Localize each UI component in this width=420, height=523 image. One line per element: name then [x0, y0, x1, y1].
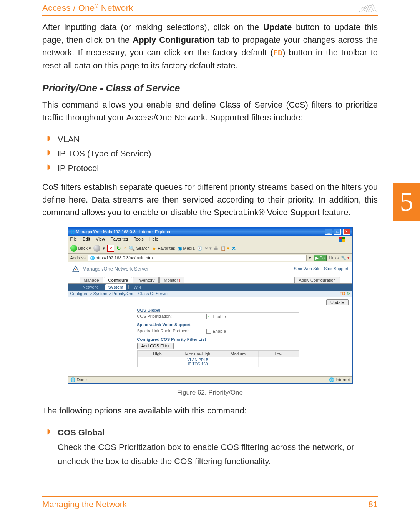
favorites-label: Favorites: [158, 246, 175, 251]
app-header: Manager/One Network Server Strix Web Sit…: [68, 262, 352, 275]
col-low: Low: [259, 351, 299, 357]
status-done-text: Done: [77, 377, 87, 382]
header-logo-icon: [359, 3, 378, 14]
favorites-button[interactable]: ★Favorites: [152, 246, 175, 251]
spectralink-checkbox[interactable]: [206, 329, 211, 334]
add-cos-filter-button[interactable]: Add COS Filter: [137, 343, 174, 349]
svg-rect-1: [342, 237, 345, 239]
filter-type-list: VLAN IP TOS (Type of Service) IP Protoco…: [42, 132, 378, 175]
tab-manage[interactable]: Manage: [80, 277, 103, 283]
status-zone: 🌐 Internet: [329, 377, 350, 382]
ie-addressbar: Address 🌐 http://192.168.0.3/nc/main.htm…: [68, 254, 352, 262]
update-button[interactable]: Update: [326, 299, 348, 305]
header-title-pre: Access / One: [42, 3, 95, 13]
breadcrumb-bar: Configure > System > Priority/One - Clas…: [68, 291, 352, 297]
tab-configure[interactable]: Configure: [104, 277, 132, 283]
top-links[interactable]: Strix Web Site | Strix Support: [294, 266, 348, 271]
menu-favorites[interactable]: Favorites: [111, 237, 128, 241]
spectralink-title: SpectraLink Voice Support: [137, 322, 299, 327]
header-title-sup: ®: [95, 3, 98, 9]
back-button[interactable]: Back ▾: [70, 245, 91, 252]
spectralink-section: SpectraLink Voice Support SpectraLink Ra…: [137, 322, 299, 334]
option-description: Check the COS Prioritization box to enab…: [58, 442, 354, 466]
section-heading: Priority/One - Class of Service: [42, 83, 378, 94]
print-icon[interactable]: 🖶: [214, 246, 218, 251]
cos-global-title: COS Global: [137, 308, 299, 313]
subtab-wifi[interactable]: Wi-Fi: [131, 284, 147, 290]
options-intro: The following options are available with…: [42, 404, 378, 417]
tool-x-icon[interactable]: ✕: [232, 246, 236, 251]
minimize-button[interactable]: _: [325, 229, 332, 235]
window-title: 🌐 Manager/One Main 192.168.0.3 - Interne…: [70, 229, 171, 234]
forward-button[interactable]: [93, 245, 100, 252]
svg-point-4: [75, 269, 76, 270]
filter-table: High Medium-High Medium Low VLAN PRI 5 I…: [137, 350, 299, 367]
menu-file[interactable]: File: [70, 237, 77, 241]
filter-list-title: Configured COS Priority Filter List: [137, 337, 299, 342]
cos-description: CoS filters establish separate queues fo…: [42, 181, 378, 219]
cos-prioritization-label: COS Prioritization:: [137, 314, 206, 319]
ie-toolbar: Back ▾ ▾ ✕ ↻ ⌂ 🔍Search ★Favorites ◉Media…: [68, 243, 352, 254]
subtab-network[interactable]: Network: [80, 284, 101, 290]
tab-inventory[interactable]: Inventory: [133, 277, 159, 283]
links-icon[interactable]: 🔧 ▾: [341, 256, 350, 261]
address-input[interactable]: 🌐 http://192.168.0.3/nc/main.htm: [88, 255, 307, 261]
option-title: COS Global: [58, 428, 105, 437]
menu-view[interactable]: View: [96, 237, 105, 241]
subtab-system[interactable]: System: [105, 284, 126, 290]
strix-logo-icon: [72, 265, 80, 272]
home-button[interactable]: ⌂: [123, 245, 126, 251]
refresh-button[interactable]: ↻: [116, 245, 121, 251]
mail-icon[interactable]: ✉ ▾: [205, 246, 212, 251]
close-button[interactable]: ×: [343, 229, 350, 235]
status-zone-text: Internet: [335, 377, 350, 382]
menu-edit[interactable]: Edit: [83, 237, 90, 241]
go-button[interactable]: ▶ Go: [314, 255, 327, 261]
update-keyword: Update: [263, 22, 292, 32]
main-tabs: Manage Configure Inventory Monitor ! App…: [68, 275, 352, 284]
app-title: Manager/One Network Server: [83, 266, 149, 272]
menu-tools[interactable]: Tools: [134, 237, 144, 241]
ie-statusbar: 🌐 Done 🌐 Internet: [68, 376, 352, 383]
filter-link-iptos[interactable]: IP TOS 150: [179, 362, 217, 366]
list-item: VLAN: [58, 132, 378, 146]
menu-help[interactable]: Help: [149, 237, 158, 241]
spectralink-value: Enable: [213, 329, 226, 334]
ie-menubar: File Edit View Favorites Tools Help: [68, 236, 352, 243]
windows-logo-icon: [339, 237, 345, 242]
filter-link-vlan[interactable]: VLAN PRI 5: [179, 358, 217, 362]
address-dropdown-icon[interactable]: ▾: [309, 256, 311, 261]
refresh-icon[interactable]: ↻: [347, 291, 350, 296]
page-footer: Managing the Network 81: [42, 496, 378, 510]
fd-keyword: FD: [273, 49, 282, 58]
edit-icon[interactable]: 📋 ▾: [221, 246, 229, 251]
footer-section: Managing the Network: [42, 500, 127, 510]
tab-apply-configuration[interactable]: Apply Configuration: [294, 277, 340, 283]
links-label[interactable]: Links: [329, 256, 339, 260]
fd-button[interactable]: FD: [340, 291, 345, 296]
sub-tabs: Network | System | Wi-Fi: [68, 284, 352, 291]
search-button[interactable]: 🔍Search: [129, 246, 149, 251]
list-item: IP Protocol: [58, 161, 378, 175]
intro-paragraph: After inputting data (or making selectio…: [42, 21, 378, 72]
window-controls: _ □ ×: [324, 229, 350, 235]
svg-rect-3: [342, 239, 345, 242]
tab-monitor-label: Monitor: [164, 278, 178, 282]
address-label: Address: [70, 256, 86, 260]
config-body: Update COS Global COS Prioritization: ✓ …: [68, 297, 352, 376]
figure-caption: Figure 62. Priority/One: [42, 389, 378, 397]
stop-button[interactable]: ✕: [107, 245, 114, 252]
cos-global-section: COS Global COS Prioritization: ✓ Enable: [137, 308, 299, 319]
col-medium: Medium: [218, 351, 259, 357]
cos-prioritization-checkbox[interactable]: ✓: [206, 314, 211, 319]
media-button[interactable]: ◉Media: [178, 245, 195, 251]
spectralink-label: SpectraLink Radio Protocol:: [137, 329, 206, 334]
tab-monitor[interactable]: Monitor !: [159, 277, 184, 283]
window-title-text: Manager/One Main 192.168.0.3 - Internet …: [76, 229, 171, 234]
maximize-button[interactable]: □: [334, 229, 341, 235]
ie-titlebar: 🌐 Manager/One Main 192.168.0.3 - Interne…: [68, 227, 352, 236]
history-icon[interactable]: 🕘: [197, 246, 203, 251]
alert-icon: !: [179, 279, 180, 282]
list-item: IP TOS (Type of Service): [58, 146, 378, 161]
chapter-tab: 5: [393, 183, 420, 221]
